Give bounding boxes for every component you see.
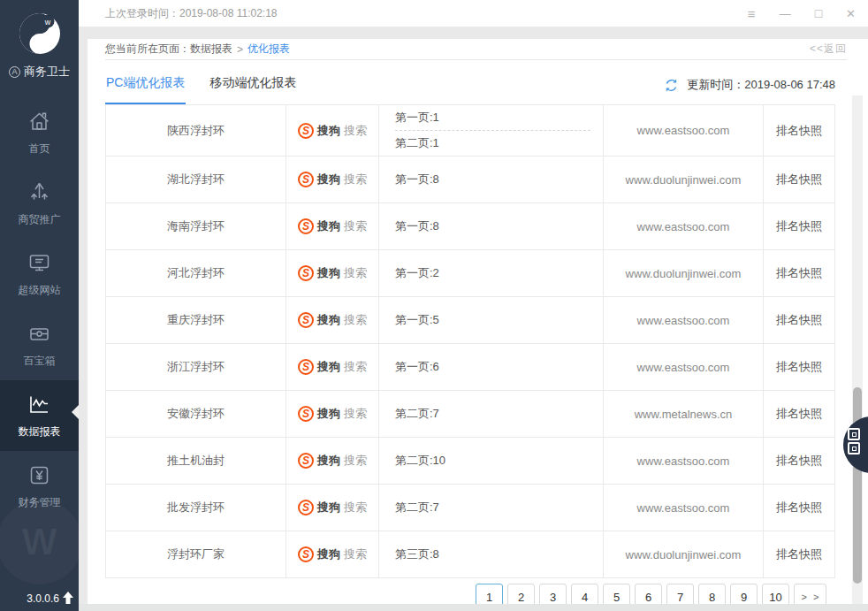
tab-mobile-report[interactable]: 移动端优化报表 xyxy=(209,63,297,104)
keyword-cell: 推土机油封 xyxy=(106,438,286,484)
rank-page-line: 第二页:7 xyxy=(395,391,590,437)
sidebar-item-website[interactable]: 超级网站 xyxy=(0,239,79,309)
engine-name-bold: 搜狗 xyxy=(317,218,340,234)
sidebar-item-label: 商贸推广 xyxy=(19,212,61,227)
sogou-icon: S xyxy=(298,453,314,469)
refresh-icon[interactable] xyxy=(664,78,679,93)
engine-name-light: 搜索 xyxy=(344,312,367,328)
upgrade-arrow-icon[interactable] xyxy=(62,592,74,605)
minimize-icon[interactable]: — xyxy=(780,8,791,19)
back-link[interactable]: <<返回 xyxy=(810,42,847,57)
breadcrumb: 您当前所在页面：数据报表 > 优化报表 <<返回 xyxy=(105,39,847,60)
engine-name-bold: 搜狗 xyxy=(317,500,340,516)
rank-page-cell: 第一页:2 xyxy=(379,250,604,296)
snapshot-link[interactable]: 排名快照 xyxy=(776,359,822,375)
rank-page-line: 第一页:8 xyxy=(395,157,590,202)
rank-page-line: 第三页:8 xyxy=(395,531,590,577)
table-row: 批发浮封环S搜狗搜索第二页:7www.eastsoo.com排名快照 xyxy=(106,485,834,531)
scrollbar-thumb[interactable] xyxy=(853,387,862,584)
rank-page-line: 第一页:1 xyxy=(395,105,590,131)
finance-icon xyxy=(27,463,51,487)
rank-page-line: 第一页:5 xyxy=(395,297,590,343)
sidebar-item-label: 财务管理 xyxy=(19,495,61,510)
breadcrumb-separator: > xyxy=(237,43,243,56)
keyword-cell: 浮封环厂家 xyxy=(106,531,286,577)
sogou-icon: S xyxy=(298,312,314,328)
engine-name-light: 搜索 xyxy=(344,123,367,139)
engine-cell: S搜狗搜索 xyxy=(286,531,379,577)
breadcrumb-prefix: 您当前所在页面： xyxy=(105,42,190,57)
snapshot-link[interactable]: 排名快照 xyxy=(776,546,822,562)
snapshot-link[interactable]: 排名快照 xyxy=(776,312,822,328)
scrollbar-track[interactable] xyxy=(852,95,863,604)
sidebar-item-reports[interactable]: 数据报表 xyxy=(0,380,79,451)
version-row: 3.0.0.6 xyxy=(27,592,74,605)
site-cell: www.eastsoo.com xyxy=(604,344,764,390)
keyword-cell: 海南浮封环 xyxy=(106,203,286,249)
site-cell: www.duolunjinwei.com xyxy=(604,531,764,577)
sidebar: w A 商务卫士 首页商贸推广超级网站百宝箱数据报表财务管理 W 3.0.0.6 xyxy=(0,0,79,611)
snapshot-link[interactable]: 排名快照 xyxy=(776,453,822,469)
table-row: 湖北浮封环S搜狗搜索第一页:8www.duolunjinwei.com排名快照 xyxy=(106,157,834,203)
tab-pc-report[interactable]: PC端优化报表 xyxy=(105,63,186,104)
site-cell: www.eastsoo.com xyxy=(604,438,764,484)
engine-cell: S搜狗搜索 xyxy=(286,485,379,531)
breadcrumb-current[interactable]: 优化报表 xyxy=(247,42,290,57)
engine-name-light: 搜索 xyxy=(344,265,367,281)
version-label: 3.0.0.6 xyxy=(27,592,59,605)
snapshot-link[interactable]: 排名快照 xyxy=(776,406,822,422)
snapshot-link[interactable]: 排名快照 xyxy=(776,500,822,516)
snapshot-link[interactable]: 排名快照 xyxy=(776,218,822,234)
sidebar-item-label: 百宝箱 xyxy=(24,354,56,369)
site-cell: www.eastsoo.com xyxy=(604,105,764,156)
sidebar-item-home[interactable]: 首页 xyxy=(0,97,79,168)
keyword-cell: 湖北浮封环 xyxy=(106,157,286,202)
brand: A 商务卫士 xyxy=(0,64,79,80)
last-login-text: 上次登录时间：2019-08-08 11:02:18 xyxy=(105,6,278,21)
engine-name-light: 搜索 xyxy=(344,359,367,375)
maximize-icon[interactable]: □ xyxy=(815,7,822,19)
engine-name-bold: 搜狗 xyxy=(317,546,340,562)
title-bar: 上次登录时间：2019-08-08 11:02:18 ≡ — □ ✕ xyxy=(79,0,868,27)
menu-icon[interactable]: ≡ xyxy=(748,7,756,20)
sidebar-item-promote[interactable]: 商贸推广 xyxy=(0,168,79,239)
app-window: { "window": { "last_login": "上次登录时间：2019… xyxy=(0,0,868,611)
main-content: 您当前所在页面：数据报表 > 优化报表 <<返回 PC端优化报表 移动端优化报表… xyxy=(88,39,868,604)
table-row: 重庆浮封环S搜狗搜索第一页:5www.eastsoo.com排名快照 xyxy=(106,297,834,344)
sidebar-item-finance[interactable]: 财务管理 xyxy=(0,451,79,522)
engine-name-bold: 搜狗 xyxy=(317,265,340,281)
rank-page-cell: 第三页:8 xyxy=(379,531,604,577)
sogou-icon: S xyxy=(298,406,314,422)
engine-name-light: 搜索 xyxy=(344,172,367,187)
snapshot-link[interactable]: 排名快照 xyxy=(776,123,822,139)
close-icon[interactable]: ✕ xyxy=(846,8,856,19)
engine-cell: S搜狗搜索 xyxy=(286,157,379,202)
snapshot-cell: 排名快照 xyxy=(764,485,834,531)
table-row: 陕西浮封环S搜狗搜索第一页:1第二页:1www.eastsoo.com排名快照 xyxy=(106,105,834,157)
sogou-icon: S xyxy=(298,218,314,234)
engine-cell: S搜狗搜索 xyxy=(286,203,379,249)
rank-page-cell: 第一页:6 xyxy=(379,344,604,390)
breadcrumb-parent: 数据报表 xyxy=(190,42,232,57)
snapshot-link[interactable]: 排名快照 xyxy=(776,172,822,187)
sogou-icon: S xyxy=(298,265,314,281)
rank-page-line: 第二页:10 xyxy=(395,438,590,484)
snapshot-cell: 排名快照 xyxy=(764,250,834,296)
update-time-label: 更新时间：2019-08-06 17:48 xyxy=(687,77,835,93)
site-cell: www.metalnews.cn xyxy=(604,391,764,437)
engine-cell: S搜狗搜索 xyxy=(286,438,379,484)
snapshot-cell: 排名快照 xyxy=(764,203,834,249)
keyword-cell: 安徽浮封环 xyxy=(106,391,286,437)
site-cell: www.eastsoo.com xyxy=(604,297,764,343)
table-row: 海南浮封环S搜狗搜索第一页:8www.eastsoo.com排名快照 xyxy=(106,203,834,250)
rank-page-cell: 第一页:5 xyxy=(379,297,604,343)
update-time-box: 更新时间：2019-08-06 17:48 xyxy=(664,77,835,104)
snapshot-link[interactable]: 排名快照 xyxy=(776,265,822,281)
sidebar-item-label: 数据报表 xyxy=(19,424,61,439)
site-cell: www.eastsoo.com xyxy=(604,203,764,249)
engine-cell: S搜狗搜索 xyxy=(286,105,379,156)
sogou-icon: S xyxy=(298,123,314,139)
table-row: 河北浮封环S搜狗搜索第一页:2www.duolunjinwei.com排名快照 xyxy=(106,250,834,297)
snapshot-cell: 排名快照 xyxy=(764,105,834,156)
sidebar-item-toolbox[interactable]: 百宝箱 xyxy=(0,309,79,380)
